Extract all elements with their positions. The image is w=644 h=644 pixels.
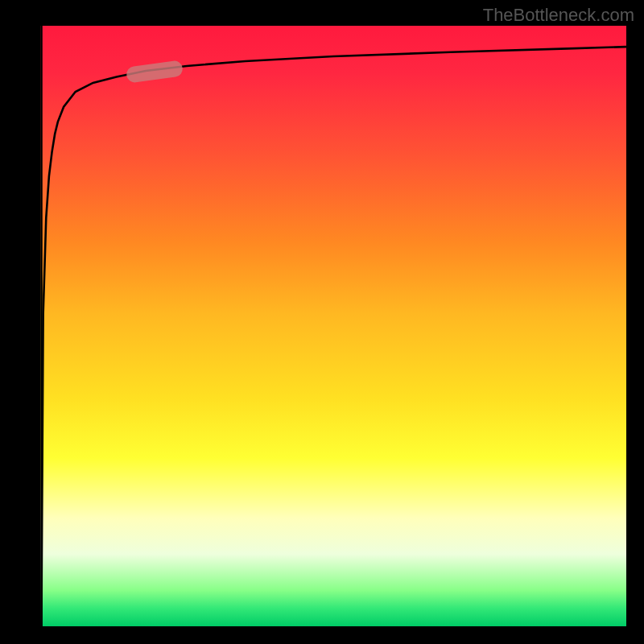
watermark-text: TheBottleneck.com bbox=[483, 5, 634, 26]
plot-area bbox=[40, 26, 626, 626]
chart-frame bbox=[40, 26, 626, 626]
curve-svg bbox=[40, 26, 626, 626]
data-curve bbox=[41, 26, 626, 626]
